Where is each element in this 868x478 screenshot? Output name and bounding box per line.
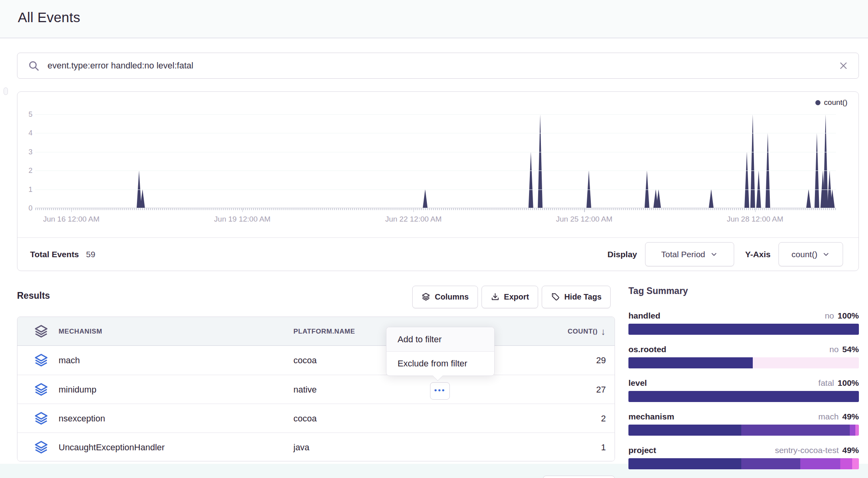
- cell-platform: cocoa: [293, 404, 317, 433]
- cell-count: 29: [596, 346, 606, 375]
- sort-descending-icon: ↓: [601, 326, 606, 337]
- chevron-down-icon: [822, 250, 830, 258]
- cell-count: 2: [601, 404, 606, 433]
- display-dropdown-value: Total Period: [661, 250, 705, 259]
- tag-entry-handled: handledno100%: [628, 311, 859, 335]
- tag-summary-heading: Tag Summary: [628, 286, 859, 311]
- tag-bar-segment[interactable]: [852, 458, 859, 469]
- tag-bar-segment[interactable]: [628, 458, 741, 469]
- menu-item-add-to-filter[interactable]: Add to filter: [386, 327, 494, 351]
- chart-footer: Total Events 59 Display Total Period Y-A…: [17, 237, 858, 271]
- cell-mechanism: mach: [59, 346, 80, 375]
- chart-plot-area[interactable]: Jun 16 12:00 AMJun 19 12:00 AMJun 22 12:…: [35, 107, 836, 208]
- pagination-buttons-partial[interactable]: [543, 476, 615, 478]
- gridline: [35, 152, 836, 152]
- search-bar[interactable]: event.type:error handled:no level:fatal: [17, 53, 859, 79]
- tag-bar-segment[interactable]: [840, 458, 852, 469]
- download-icon: [491, 292, 500, 302]
- tag-top-percent: 100%: [838, 378, 859, 388]
- layers-icon: [421, 292, 430, 302]
- column-header-count-label: COUNT(): [567, 328, 598, 336]
- tag-distribution-bar[interactable]: [628, 357, 859, 368]
- row-expand-icon[interactable]: [34, 433, 49, 461]
- search-query-text[interactable]: event.type:error handled:no level:fatal: [48, 61, 839, 71]
- layers-icon: [34, 317, 49, 346]
- x-axis-tick: [242, 209, 243, 212]
- y-axis-tick-label: 5: [18, 110, 32, 119]
- table-row-mach[interactable]: machcocoa29: [17, 346, 615, 375]
- table-row-minidump[interactable]: minidumpnative27: [17, 375, 615, 404]
- cell-count: 1: [601, 433, 606, 461]
- tag-bar-segment[interactable]: [855, 425, 859, 436]
- events-chart-card: count() 543210 Jun 16 12:00 AMJun 19 12:…: [17, 91, 859, 271]
- tag-top-value: mach: [819, 412, 839, 421]
- y-axis-tick-label: 1: [18, 185, 32, 194]
- display-label: Display: [607, 250, 637, 259]
- columns-button[interactable]: Columns: [412, 286, 478, 308]
- gridline: [35, 133, 836, 133]
- page-title: All Events: [18, 9, 80, 25]
- column-header-platform[interactable]: PLATFORM.NAME: [293, 317, 355, 346]
- row-expand-icon[interactable]: [34, 346, 49, 375]
- x-axis-tick: [755, 209, 756, 212]
- tag-entry-mechanism: mechanismmach49%: [628, 412, 859, 436]
- tag-entry-project: projectsentry-cocoa-test49%: [628, 446, 859, 469]
- row-expand-icon[interactable]: [34, 375, 49, 404]
- tag-distribution-bar[interactable]: [628, 458, 859, 469]
- tag-bar-segment[interactable]: [628, 391, 859, 402]
- tag-bar-segment[interactable]: [628, 425, 741, 436]
- table-row-nsexception[interactable]: nsexceptioncocoa2: [17, 404, 615, 432]
- column-header-mechanism[interactable]: MECHANISM: [59, 317, 102, 346]
- legend-dot-icon: [815, 100, 820, 105]
- tag-distribution-bar[interactable]: [628, 425, 859, 436]
- row-expand-icon[interactable]: [34, 404, 49, 433]
- hide-tags-button[interactable]: Hide Tags: [542, 286, 611, 308]
- table-body: machcocoa29minidumpnative27nsexceptionco…: [17, 346, 615, 461]
- tag-bar-segment[interactable]: [741, 458, 800, 469]
- tag-bar-segment[interactable]: [741, 425, 850, 436]
- legend-label: count(): [824, 98, 847, 107]
- tag-top-percent: 49%: [842, 446, 859, 455]
- tag-distribution-bar[interactable]: [628, 391, 859, 402]
- table-row-uncaughtexceptionhandler[interactable]: UncaughtExceptionHandlerjava1: [17, 432, 615, 461]
- total-events-value: 59: [86, 250, 95, 259]
- tag-name: level: [628, 378, 647, 388]
- tag-bar-segment[interactable]: [628, 357, 753, 368]
- x-axis-tick-label: Jun 28 12:00 AM: [727, 215, 783, 224]
- tag-distribution-bar[interactable]: [628, 324, 859, 335]
- total-events-label: Total Events: [30, 250, 79, 259]
- cell-context-menu: Add to filterExclude from filter: [386, 327, 495, 376]
- x-axis-minor-ticks: [35, 208, 836, 210]
- cell-mechanism: minidump: [59, 375, 96, 404]
- results-heading: Results: [17, 290, 50, 301]
- tag-top-value: no: [825, 311, 834, 321]
- layers-icon: [34, 382, 49, 397]
- tag-name: mechanism: [628, 412, 674, 421]
- cell-platform: java: [293, 433, 309, 461]
- tag-top-value: no: [830, 345, 839, 354]
- cell-count: 27: [596, 375, 606, 404]
- tag-name: handled: [628, 311, 661, 321]
- chart-legend[interactable]: count(): [815, 98, 847, 107]
- y-axis-dropdown[interactable]: count(): [779, 242, 843, 266]
- tag-bar-segment[interactable]: [850, 425, 856, 436]
- clear-search-icon[interactable]: [839, 61, 848, 70]
- export-button[interactable]: Export: [482, 286, 538, 308]
- cell-platform: native: [293, 375, 317, 404]
- row-more-actions-button[interactable]: •••: [430, 382, 450, 400]
- tag-bar-segment[interactable]: [628, 324, 859, 335]
- table-header-row: MECHANISM PLATFORM.NAME COUNT() ↓: [17, 317, 615, 346]
- y-axis-tick-label: 0: [18, 204, 32, 212]
- x-axis-tick-label: Jun 16 12:00 AM: [43, 215, 100, 224]
- display-dropdown[interactable]: Total Period: [645, 242, 734, 266]
- page-header: All Events: [0, 0, 868, 38]
- tag-top-value: fatal: [819, 378, 834, 388]
- column-header-count[interactable]: COUNT() ↓: [567, 317, 606, 346]
- results-toolbar: Columns Export Hide Tags: [412, 286, 611, 308]
- x-axis-tick: [413, 209, 414, 212]
- menu-item-exclude-from-filter[interactable]: Exclude from filter: [386, 351, 494, 376]
- tag-summary-panel: Tag Summary handledno100%os.rootedno54%l…: [628, 286, 859, 478]
- tag-bar-segment[interactable]: [753, 357, 859, 368]
- sidebar-drag-handle[interactable]: [4, 87, 8, 95]
- tag-bar-segment[interactable]: [800, 458, 841, 469]
